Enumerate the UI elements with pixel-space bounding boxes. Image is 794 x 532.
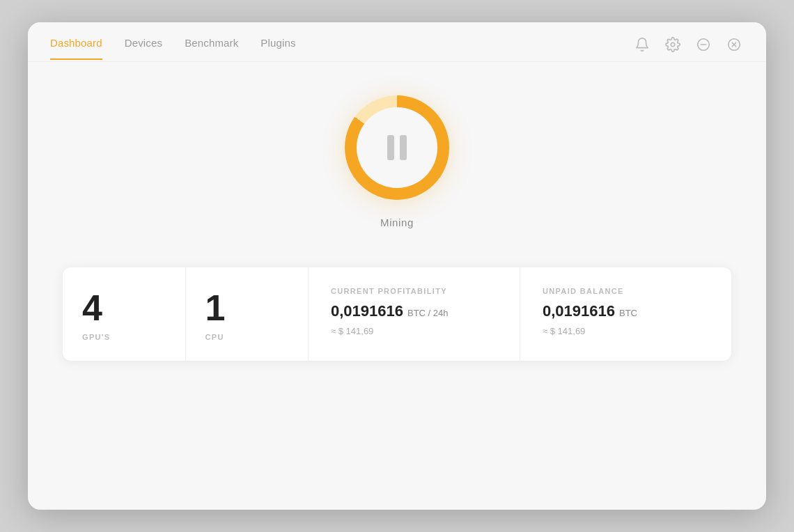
cpu-stat-cell: 1 CPU: [186, 267, 309, 361]
unpaid-cell: UNPAID BALANCE 0,0191616 BTC ≈ $ 141,69: [520, 267, 731, 361]
unpaid-label: UNPAID BALANCE: [543, 287, 709, 295]
nav-benchmark[interactable]: Benchmark: [185, 37, 238, 60]
profitability-unit: BTC / 24h: [407, 308, 449, 318]
gpu-label: GPU'S: [82, 333, 110, 341]
cpu-label: CPU: [205, 333, 224, 341]
minimize-icon[interactable]: [694, 35, 713, 54]
nav-dashboard[interactable]: Dashboard: [50, 37, 102, 60]
main-content: Mining 4 GPU'S 1 CPU CURRENT PROFITABILI…: [28, 62, 766, 510]
unpaid-unit: BTC: [619, 308, 637, 318]
profitability-value: 0,0191616: [331, 302, 403, 320]
unpaid-approx: ≈ $ 141,69: [543, 326, 709, 336]
nav-devices[interactable]: Devices: [125, 37, 162, 60]
profitability-label: CURRENT PROFITABILITY: [331, 287, 497, 295]
gpu-stat-cell: 4 GPU'S: [63, 267, 186, 361]
mining-inner: [357, 107, 437, 188]
cpu-count: 1: [205, 290, 226, 326]
pause-bar-right: [400, 135, 407, 160]
mining-button-wrap: [345, 95, 449, 200]
profitability-cell: CURRENT PROFITABILITY 0,0191616 BTC / 24…: [309, 267, 520, 361]
bell-icon[interactable]: [632, 35, 652, 54]
pause-bar-left: [387, 135, 394, 160]
close-icon[interactable]: [724, 35, 744, 54]
profitability-value-row: 0,0191616 BTC / 24h: [331, 302, 497, 320]
gpu-count: 4: [82, 290, 102, 326]
mining-section: Mining: [345, 95, 449, 228]
pause-icon: [387, 135, 407, 160]
titlebar: Dashboard Devices Benchmark Plugins: [28, 22, 766, 62]
svg-point-0: [671, 42, 675, 47]
app-window: Dashboard Devices Benchmark Plugins: [28, 22, 766, 510]
main-nav: Dashboard Devices Benchmark Plugins: [50, 37, 296, 60]
mining-label: Mining: [380, 217, 414, 228]
unpaid-value-row: 0,0191616 BTC: [543, 302, 709, 320]
nav-plugins[interactable]: Plugins: [260, 37, 295, 60]
unpaid-value: 0,0191616: [543, 302, 615, 320]
profitability-approx: ≈ $ 141,69: [331, 326, 497, 336]
window-controls: [632, 35, 744, 61]
stats-row: 4 GPU'S 1 CPU CURRENT PROFITABILITY 0,01…: [63, 267, 731, 361]
mining-button[interactable]: [345, 95, 449, 200]
settings-icon[interactable]: [663, 35, 683, 54]
